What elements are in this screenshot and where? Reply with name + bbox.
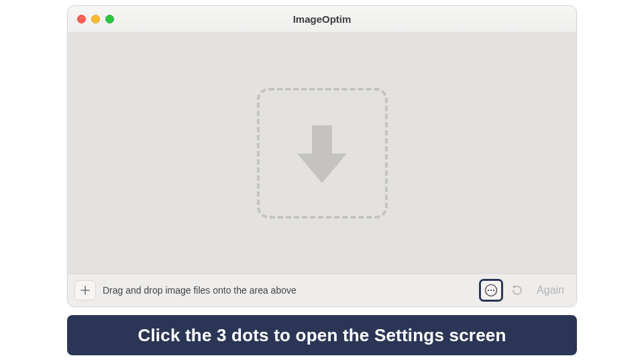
window-title: ImageOptim	[68, 13, 576, 25]
app-window: ImageOptim Drag and drop image files ont…	[67, 5, 577, 307]
svg-point-1	[488, 290, 489, 291]
plus-icon	[80, 285, 91, 296]
more-options-button[interactable]	[479, 279, 503, 302]
callout-text: Click the 3 dots to open the Settings sc…	[138, 325, 506, 346]
again-button[interactable]: Again	[531, 282, 570, 299]
traffic-lights	[77, 15, 114, 23]
minimize-window-button[interactable]	[91, 15, 100, 23]
titlebar: ImageOptim	[68, 6, 576, 33]
close-window-button[interactable]	[77, 15, 86, 23]
svg-point-2	[490, 290, 492, 291]
bottom-toolbar: Drag and drop image files onto the area …	[68, 274, 576, 306]
drop-target-outline	[257, 88, 388, 219]
zoom-window-button[interactable]	[105, 15, 114, 23]
hint-text: Drag and drop image files onto the area …	[103, 285, 472, 296]
arrow-down-icon	[292, 120, 352, 187]
dropzone[interactable]	[68, 33, 576, 274]
refresh-button[interactable]	[508, 280, 526, 300]
add-files-button[interactable]	[74, 280, 96, 300]
refresh-icon	[511, 284, 524, 297]
right-tools: Again	[479, 279, 570, 302]
instruction-callout: Click the 3 dots to open the Settings sc…	[67, 315, 577, 355]
svg-point-3	[493, 290, 494, 291]
ellipsis-icon	[484, 283, 498, 298]
